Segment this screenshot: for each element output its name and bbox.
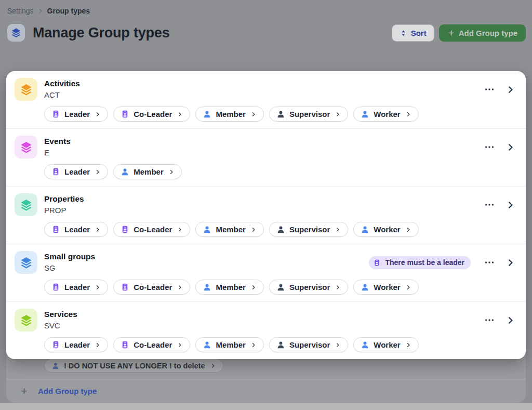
role-chip-supervisor[interactable]: Supervisor <box>269 337 348 352</box>
breadcrumb: Settings Group types <box>7 7 526 15</box>
person-icon <box>121 167 129 176</box>
group-type-titles: Services SVC <box>44 309 484 331</box>
open-group-type-chevron[interactable] <box>506 85 515 95</box>
role-chips: Leader Member <box>44 164 515 179</box>
breadcrumb-group-types: Group types <box>47 7 90 15</box>
role-chip-co-leader[interactable]: Co-Leader <box>113 280 190 295</box>
role-chip-member[interactable]: Member <box>195 107 264 122</box>
page-header: Settings Group types Manage Group types … <box>0 0 532 42</box>
more-options-button[interactable] <box>484 199 495 210</box>
plus-icon <box>447 29 455 37</box>
sort-button-label: Sort <box>411 29 427 37</box>
breadcrumb-settings[interactable]: Settings <box>7 7 34 15</box>
leader-required-label: There must be a leader <box>385 258 464 267</box>
open-group-type-chevron[interactable] <box>506 258 515 268</box>
person-icon <box>276 340 285 349</box>
role-chip-member[interactable]: Member <box>195 280 264 295</box>
role-chip-label: Supervisor <box>289 340 330 349</box>
role-chip-co-leader[interactable]: Co-Leader <box>113 222 190 237</box>
more-options-button[interactable] <box>484 84 495 95</box>
group-chip-do-not-use[interactable]: ! DO NOT USE ANY LONGER ! to delete <box>44 359 223 373</box>
role-chip-leader[interactable]: Leader <box>44 280 108 295</box>
group-type-code: PROP <box>44 205 484 216</box>
chevron-right-icon <box>37 8 44 14</box>
chevron-right-icon <box>95 111 101 117</box>
chevron-right-icon <box>177 284 183 290</box>
role-chip-leader[interactable]: Leader <box>44 107 108 122</box>
chevron-right-icon <box>210 363 216 369</box>
role-chip-worker[interactable]: Worker <box>353 337 418 352</box>
open-group-type-chevron[interactable] <box>506 315 515 325</box>
more-options-button[interactable] <box>484 314 495 326</box>
group-type-row-small-groups: Small groups SG There must be a leader L… <box>6 244 526 302</box>
person-icon <box>203 110 211 118</box>
page-background-strip <box>0 403 532 410</box>
title-row: Manage Group types Sort Add Group type <box>7 24 526 42</box>
open-group-type-chevron[interactable] <box>506 200 515 210</box>
group-type-titles: Small groups SG <box>44 252 369 273</box>
layers-icon <box>7 24 25 42</box>
header-actions: Sort Add Group type <box>392 24 526 42</box>
role-chip-label: Member <box>134 167 164 176</box>
group-type-name: Events <box>44 136 484 147</box>
add-group-type-footer-link[interactable]: Add Group type <box>6 379 526 403</box>
sort-button[interactable]: Sort <box>392 24 434 42</box>
role-chip-label: Leader <box>64 167 90 176</box>
role-chip-label: Member <box>216 340 246 349</box>
role-chips: Leader Co-Leader Member Supervisor Worke… <box>44 280 515 295</box>
role-chip-leader[interactable]: Leader <box>44 222 108 237</box>
role-chip-leader[interactable]: Leader <box>44 164 108 179</box>
chevron-right-icon <box>250 284 257 290</box>
role-chip-label: Supervisor <box>289 110 330 118</box>
leader-required-badge: There must be a leader <box>369 256 471 269</box>
id-badge-icon <box>373 259 381 267</box>
person-icon <box>276 283 285 292</box>
role-chip-label: Leader <box>64 283 90 292</box>
layers-icon <box>15 136 37 158</box>
role-chip-leader[interactable]: Leader <box>44 337 108 352</box>
chevron-right-icon <box>335 342 341 348</box>
group-type-titles: Activities ACT <box>44 78 484 100</box>
id-badge-icon <box>51 110 60 118</box>
chevron-right-icon <box>95 284 101 290</box>
more-options-button[interactable] <box>484 257 495 268</box>
chevron-right-icon <box>177 111 183 117</box>
role-chip-co-leader[interactable]: Co-Leader <box>113 107 190 122</box>
group-type-name: Services <box>44 309 484 320</box>
role-chip-member[interactable]: Member <box>195 337 264 352</box>
chevron-right-icon <box>95 227 101 233</box>
person-icon <box>203 283 211 292</box>
role-chip-label: Co-Leader <box>134 283 172 292</box>
role-chip-worker[interactable]: Worker <box>353 280 418 295</box>
id-badge-icon <box>51 283 60 292</box>
group-type-code: ACT <box>44 90 484 100</box>
add-group-type-button[interactable]: Add Group type <box>439 24 526 42</box>
open-group-type-chevron[interactable] <box>506 142 515 152</box>
role-chip-supervisor[interactable]: Supervisor <box>269 107 348 122</box>
group-type-row-activities: Activities ACT Leader Co-Leader Member <box>6 71 526 129</box>
group-type-titles: Events E <box>44 136 484 158</box>
person-icon <box>361 225 369 234</box>
layers-icon <box>15 78 37 101</box>
chevron-right-icon <box>95 169 101 175</box>
role-chip-label: Supervisor <box>289 283 330 292</box>
role-chip-label: Co-Leader <box>134 340 172 349</box>
role-chip-worker[interactable]: Worker <box>353 107 418 122</box>
role-chip-worker[interactable]: Worker <box>353 222 418 237</box>
role-chip-member[interactable]: Member <box>113 164 182 179</box>
group-chip-label: ! DO NOT USE ANY LONGER ! to delete <box>64 362 205 370</box>
chevron-right-icon <box>177 342 183 348</box>
role-chip-label: Worker <box>374 340 400 349</box>
role-chip-label: Co-Leader <box>134 110 172 118</box>
group-types-panel: ! DO NOT USE ANY LONGER ! to delete Add … <box>6 71 526 403</box>
sort-arrows-icon <box>400 29 407 37</box>
person-icon <box>361 283 369 292</box>
role-chip-label: Co-Leader <box>134 225 172 234</box>
role-chips: Leader Co-Leader Member Supervisor Worke… <box>44 337 515 352</box>
role-chip-co-leader[interactable]: Co-Leader <box>113 337 190 352</box>
page-title: Manage Group types <box>33 25 169 41</box>
role-chip-member[interactable]: Member <box>195 222 264 237</box>
role-chip-supervisor[interactable]: Supervisor <box>269 222 348 237</box>
more-options-button[interactable] <box>484 141 495 153</box>
role-chip-supervisor[interactable]: Supervisor <box>269 280 348 295</box>
